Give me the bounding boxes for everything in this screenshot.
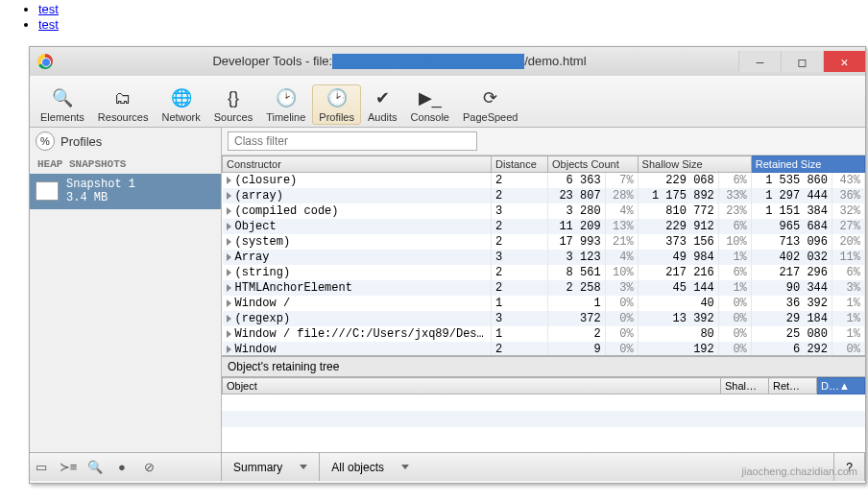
page-link[interactable]: test — [38, 17, 59, 32]
page-link[interactable]: test — [38, 2, 59, 16]
